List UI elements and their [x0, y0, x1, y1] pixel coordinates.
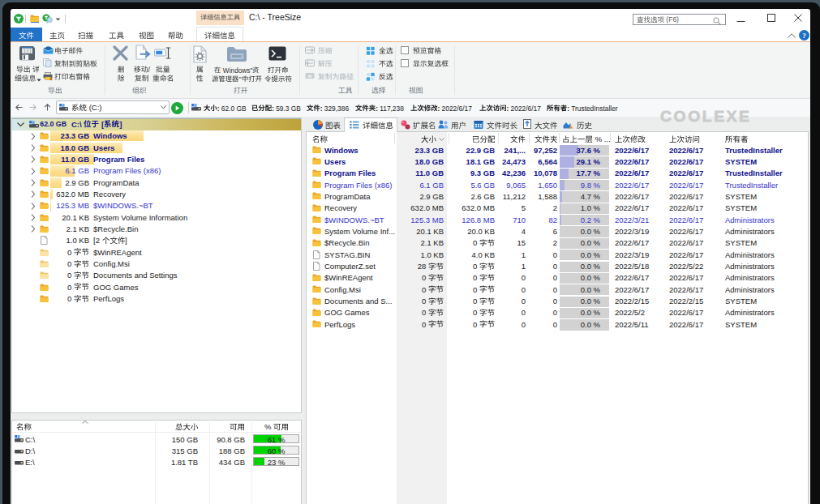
svg-text:?: ?: [802, 32, 806, 40]
svg-text:W: W: [307, 74, 312, 79]
